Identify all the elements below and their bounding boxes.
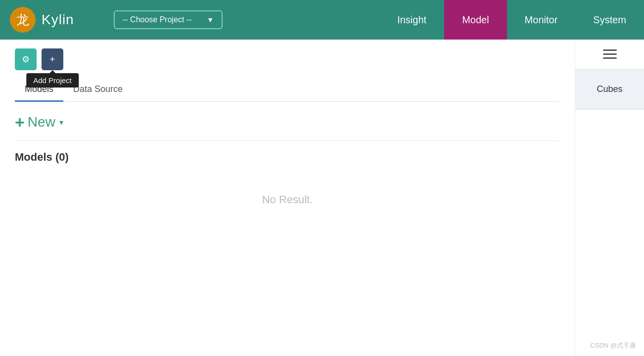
- plus-icon: +: [50, 54, 55, 65]
- settings-button[interactable]: ⚙: [15, 48, 37, 70]
- sidebar-hamburger-button[interactable]: [575, 40, 644, 69]
- empty-state: No Result.: [15, 193, 560, 206]
- nav-link-insight[interactable]: Insight: [379, 0, 444, 40]
- new-button-row: + New ▾: [15, 114, 560, 141]
- nav-links: Insight Model Monitor System: [379, 0, 644, 40]
- project-selector-area: -- Choose Project -- ▼: [109, 10, 228, 29]
- models-count: Models (0): [15, 151, 560, 164]
- tabs-bar: Models Data Source: [15, 78, 560, 102]
- watermark: CSDN @式子康: [590, 341, 636, 350]
- nav-link-monitor[interactable]: Monitor: [507, 0, 576, 40]
- sidebar-item-cubes[interactable]: Cubes: [575, 69, 644, 110]
- svg-text:龙: 龙: [16, 13, 29, 27]
- chevron-down-icon: ▼: [207, 16, 214, 24]
- gear-icon: ⚙: [22, 54, 30, 65]
- navbar: 龙 Kylin -- Choose Project -- ▼ Insight M…: [0, 0, 644, 40]
- nav-link-system[interactable]: System: [575, 0, 644, 40]
- new-button[interactable]: + New ▾: [15, 114, 63, 131]
- content-area: ⚙ + Add Project Models Data Source: [0, 40, 575, 356]
- brand-area: 龙 Kylin: [0, 0, 109, 40]
- project-dropdown-text: -- Choose Project --: [123, 15, 192, 24]
- kylin-logo: 龙: [10, 7, 36, 33]
- new-caret-icon: ▾: [59, 118, 63, 127]
- new-button-label: New: [28, 114, 55, 130]
- brand-title: Kylin: [42, 12, 74, 28]
- add-project-button[interactable]: +: [42, 48, 63, 70]
- add-project-tooltip: Add Project: [26, 73, 79, 88]
- main-wrapper: ⚙ + Add Project Models Data Source: [0, 40, 644, 356]
- hamburger-icon: [603, 49, 617, 59]
- right-sidebar: Cubes: [575, 40, 644, 356]
- nav-link-model[interactable]: Model: [444, 0, 506, 40]
- project-dropdown[interactable]: -- Choose Project -- ▼: [114, 10, 223, 29]
- toolbar: ⚙ + Add Project: [15, 48, 560, 70]
- new-plus-icon: +: [15, 114, 25, 131]
- add-project-container: + Add Project: [42, 48, 63, 70]
